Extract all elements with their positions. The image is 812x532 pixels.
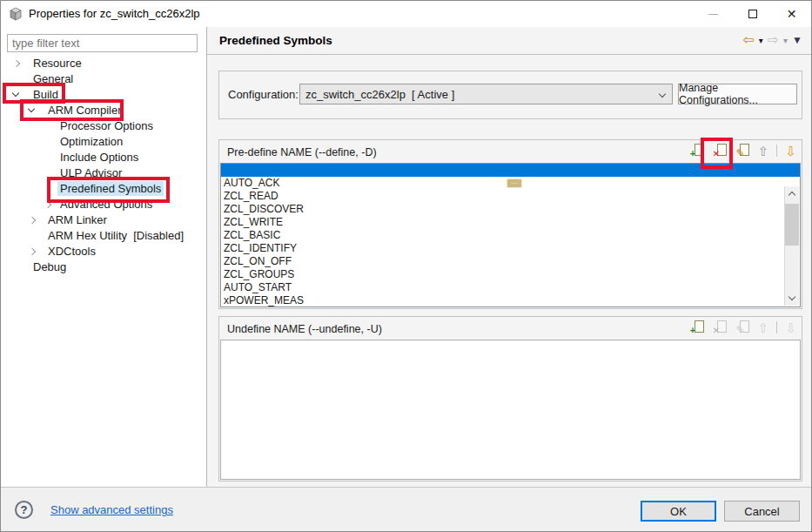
add-symbol-icon[interactable]: + xyxy=(690,143,705,158)
minimize-icon[interactable] xyxy=(694,1,733,27)
tree-item-predefined-symbols[interactable]: Predefined Symbols xyxy=(1,181,206,197)
tree-label: ARM Linker xyxy=(48,213,107,226)
list-item-selected[interactable]: ${COM_TI_SIMPLELINK_CC26X2_SDK_SYMBOLS}·… xyxy=(221,164,800,177)
chevron-down-icon[interactable] xyxy=(28,105,35,112)
tree-item-resource[interactable]: Resource xyxy=(1,56,206,71)
tree-label: ARM Compiler xyxy=(48,104,122,117)
list-item[interactable]: AUTO_START xyxy=(221,281,800,294)
tree-item-arm-hex-utility[interactable]: ARM Hex Utility [Disabled] xyxy=(1,228,206,244)
tree-item-arm-linker[interactable]: ARM Linker xyxy=(1,212,206,228)
chevron-right-icon[interactable] xyxy=(13,60,20,67)
tree-label: General xyxy=(33,72,73,85)
add-symbol-icon[interactable]: + xyxy=(690,320,705,335)
chevron-down-icon[interactable] xyxy=(12,90,19,97)
toolbar-separator xyxy=(776,145,777,157)
list-item[interactable]: ZCL_DISCOVER xyxy=(221,203,800,216)
footer-bar: ? Show advanced settings OK Cancel xyxy=(1,487,811,532)
tree-label: ARM Hex Utility [Disabled] xyxy=(48,229,184,242)
move-up-icon[interactable]: ⇧ xyxy=(758,144,769,158)
tree-label: Debug xyxy=(33,260,66,273)
list-item[interactable]: ZCL_WRITE xyxy=(221,216,800,229)
help-icon[interactable]: ? xyxy=(15,501,33,519)
chevron-right-icon[interactable] xyxy=(29,217,36,224)
list-item[interactable]: ZCL_BASIC xyxy=(221,229,800,242)
delete-symbol-icon: ✕ xyxy=(713,320,728,335)
ok-button[interactable]: OK xyxy=(641,501,716,522)
show-advanced-settings-link[interactable]: Show advanced settings xyxy=(50,503,173,516)
forward-dropdown-icon[interactable]: ▾ xyxy=(783,36,788,45)
app-cube-icon xyxy=(9,7,23,21)
tree-item-advanced-options[interactable]: Advanced Options xyxy=(1,197,206,212)
configuration-group: Configuration: zc_switch_cc26x2lp [ Acti… xyxy=(218,71,802,119)
edit-symbol-icon[interactable]: ✎ xyxy=(735,143,750,158)
tree-label: Resource xyxy=(33,57,82,70)
predefine-group: Pre-define NAME (--define, -D) + ✕ ✎ ⇧ ⇩… xyxy=(218,139,802,309)
navigation-panel: Resource General Build ARM Compiler Proc… xyxy=(1,27,206,487)
cancel-button[interactable]: Cancel xyxy=(724,501,800,522)
vertical-scrollbar[interactable] xyxy=(784,186,799,306)
page-title: Predefined Symbols xyxy=(219,34,332,47)
undefine-list[interactable] xyxy=(220,340,801,480)
toolbar-separator xyxy=(776,321,777,333)
manage-configurations-button[interactable]: Manage Configurations... xyxy=(678,84,797,104)
tree-item-debug[interactable]: Debug xyxy=(1,259,206,275)
list-item[interactable]: ZCL_ON_OFF xyxy=(221,255,800,268)
tree-label-selected: Predefined Symbols xyxy=(57,181,164,196)
close-icon[interactable]: ✕ xyxy=(772,1,811,27)
list-item[interactable]: ZCL_IDENTIFY xyxy=(221,242,800,255)
undefine-label: Undefine NAME (--undefine, -U) xyxy=(227,323,382,335)
properties-dialog: Properties for zc_switch_cc26x2lp ✕ Reso… xyxy=(0,0,812,532)
undefine-group: Undefine NAME (--undefine, -U) + ✕ ✎ ⇧ ⇩ xyxy=(218,316,802,481)
configuration-select[interactable]: zc_switch_cc26x2lp [ Active ] xyxy=(299,84,673,104)
tree-label: Advanced Options xyxy=(60,198,152,211)
tree-item-ulp-advisor[interactable]: ULP Advisor xyxy=(1,165,206,181)
header-nav: ⇦ ▾ ⇨ ▾ ▼ xyxy=(742,32,802,48)
list-item[interactable]: ZCL_GROUPS xyxy=(221,268,800,281)
move-down-icon[interactable]: ⇩ xyxy=(785,144,796,158)
list-item[interactable]: xPOWER_MEAS xyxy=(221,294,800,307)
tree-item-general[interactable]: General xyxy=(1,71,206,87)
tree-label: Optimization xyxy=(60,135,123,148)
delete-symbol-icon[interactable]: ✕ xyxy=(713,143,728,158)
view-menu-icon[interactable]: ▼ xyxy=(792,34,802,46)
title-bar: Properties for zc_switch_cc26x2lp ✕ xyxy=(1,1,811,27)
maximize-icon[interactable] xyxy=(733,1,772,27)
tree-label: Processor Options xyxy=(60,119,153,132)
move-down-icon: ⇩ xyxy=(785,320,796,335)
tree-item-optimization[interactable]: Optimization xyxy=(1,134,206,150)
tree-item-arm-compiler[interactable]: ARM Compiler xyxy=(1,103,206,118)
tree-item-include-options[interactable]: Include Options xyxy=(1,150,206,165)
undefine-toolbar: + ✕ ✎ ⇧ ⇩ xyxy=(690,320,796,335)
scroll-up-icon[interactable] xyxy=(785,186,799,201)
forward-icon[interactable]: ⇨ xyxy=(768,32,779,48)
tree-label: XDCtools xyxy=(48,245,96,258)
configuration-label: Configuration: xyxy=(228,88,299,101)
window-title: Properties for zc_switch_cc26x2lp xyxy=(29,7,200,20)
back-dropdown-icon[interactable]: ▾ xyxy=(759,36,763,45)
predefine-label: Pre-define NAME (--define, -D) xyxy=(227,146,377,158)
chevron-right-icon[interactable] xyxy=(44,201,51,208)
scrollbar-thumb[interactable] xyxy=(785,204,799,246)
list-item[interactable]: ZCL_READ xyxy=(221,190,800,203)
back-icon[interactable]: ⇦ xyxy=(742,32,754,48)
tree-item-xdctools[interactable]: XDCtools xyxy=(1,244,206,259)
main-panel: Predefined Symbols ⇦ ▾ ⇨ ▾ ▼ Configurati… xyxy=(207,27,812,487)
tree-label: Build xyxy=(33,88,58,101)
tree-label: Include Options xyxy=(60,151,138,164)
tree-item-build[interactable]: Build xyxy=(1,87,206,103)
predefine-toolbar: + ✕ ✎ ⇧ ⇩ xyxy=(690,143,796,158)
predefine-list: ${COM_TI_SIMPLELINK_CC26X2_SDK_SYMBOLS}·… xyxy=(220,163,801,307)
tree-label: ULP Advisor xyxy=(60,166,122,179)
panel-header: Predefined Symbols ⇦ ▾ ⇨ ▾ ▼ xyxy=(207,27,812,55)
filter-input[interactable] xyxy=(7,34,198,52)
chevron-right-icon[interactable] xyxy=(29,248,36,255)
configuration-value: zc_switch_cc26x2lp [ Active ] xyxy=(305,88,454,101)
scroll-down-icon[interactable] xyxy=(785,291,799,306)
move-up-icon: ⇧ xyxy=(758,320,769,335)
list-item[interactable]: AUTO_ACK xyxy=(221,177,800,190)
tree-item-processor-options[interactable]: Processor Options xyxy=(1,118,206,134)
edit-symbol-icon: ✎ xyxy=(735,320,750,335)
chevron-down-icon xyxy=(659,91,666,98)
